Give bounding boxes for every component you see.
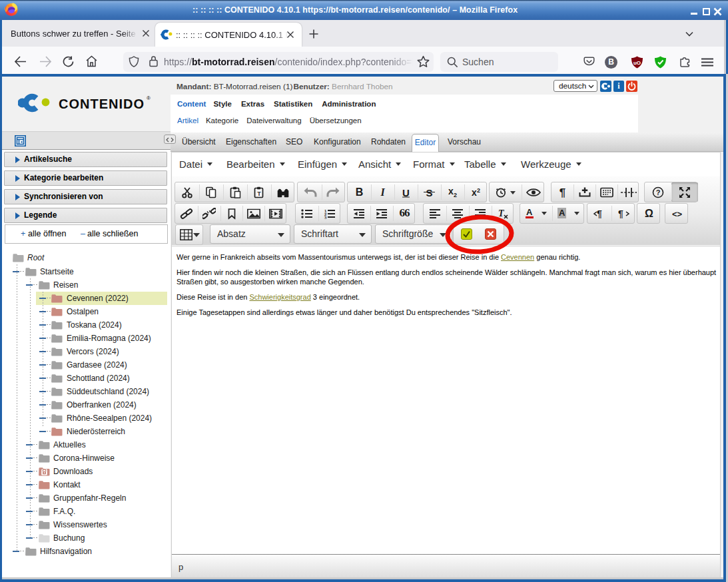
svg-text:T: T bbox=[257, 190, 261, 197]
svg-text:CONTENIDO: CONTENIDO bbox=[59, 97, 145, 111]
svg-text:3: 3 bbox=[324, 215, 327, 218]
svg-text:¶: ¶ bbox=[597, 208, 602, 219]
svg-text:¶: ¶ bbox=[618, 208, 623, 219]
svg-text:?: ? bbox=[656, 188, 661, 196]
svg-text:uO: uO bbox=[633, 60, 641, 66]
svg-text:T: T bbox=[498, 208, 505, 218]
svg-text:®: ® bbox=[147, 95, 151, 101]
